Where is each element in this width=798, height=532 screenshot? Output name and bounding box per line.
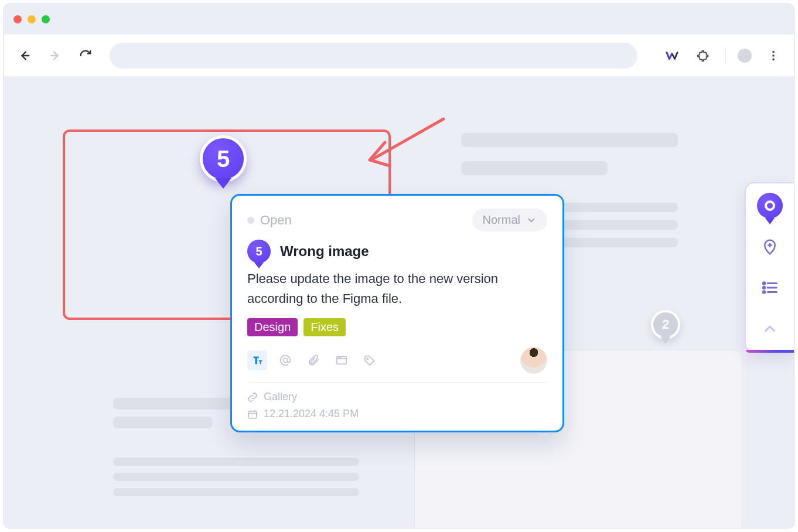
comment-body: Please update the image to the new versi… <box>247 269 547 309</box>
wireframe-block <box>113 398 248 410</box>
comment-toolbar <box>247 350 380 370</box>
page-content: 5 Open Normal 5 Wrong image Please <box>4 77 794 528</box>
divider <box>247 382 547 383</box>
w-logo-icon <box>666 49 678 62</box>
comment-link-label[interactable]: Gallery <box>264 391 297 403</box>
priority-label: Normal <box>483 213 520 227</box>
svg-point-6 <box>283 359 287 363</box>
wireframe-block <box>113 473 359 481</box>
comment-tags: Design Fixes <box>247 318 547 336</box>
extensions-button[interactable] <box>694 46 714 66</box>
comment-timestamp: 12.21.2024 4:45 PM <box>264 408 359 420</box>
chevron-down-icon <box>526 215 537 226</box>
maximize-window-button[interactable] <box>42 15 50 23</box>
forward-button[interactable] <box>45 46 65 66</box>
svg-point-9 <box>339 357 339 358</box>
annotation-pin-secondary[interactable]: 2 <box>651 310 680 339</box>
comment-meta: Gallery 12.21.2024 4:45 PM <box>247 391 547 420</box>
annotation-pin-secondary-number: 2 <box>662 317 669 332</box>
back-button[interactable] <box>15 46 35 66</box>
link-icon <box>247 392 258 403</box>
text-format-button[interactable] <box>247 350 267 370</box>
browser-context-button[interactable] <box>332 350 352 370</box>
close-window-button[interactable] <box>13 15 22 23</box>
svg-line-5 <box>373 119 444 159</box>
svg-point-22 <box>763 287 765 288</box>
status-dot-icon <box>247 217 254 224</box>
svg-point-10 <box>340 357 341 358</box>
wireframe-block <box>113 458 359 466</box>
priority-selector[interactable]: Normal <box>472 209 547 231</box>
status-label: Open <box>260 213 292 228</box>
attachment-button[interactable] <box>303 350 323 370</box>
minimize-window-button[interactable] <box>28 15 36 23</box>
wireframe-block <box>461 133 678 147</box>
wireframe-block <box>113 488 359 496</box>
comment-card: Open Normal 5 Wrong image Please update … <box>230 194 564 432</box>
tag-button[interactable] <box>360 350 380 370</box>
mention-button[interactable] <box>275 350 295 370</box>
svg-point-4 <box>772 58 775 60</box>
comment-pin-icon: 5 <box>247 240 271 263</box>
wireframe-block <box>461 161 608 175</box>
dock-new-pin-button[interactable] <box>756 233 784 261</box>
annotation-arrow-icon <box>356 112 449 170</box>
toolbar-separator <box>725 47 726 64</box>
profile-avatar[interactable] <box>738 49 752 63</box>
annotation-pin-number: 5 <box>217 146 230 172</box>
browser-extension-area <box>662 46 783 66</box>
tag-fixes[interactable]: Fixes <box>303 318 346 336</box>
svg-point-23 <box>763 291 765 293</box>
browser-toolbar <box>4 35 794 77</box>
svg-point-2 <box>772 50 775 53</box>
window-title-bar <box>4 4 794 35</box>
tag-design[interactable]: Design <box>247 318 298 336</box>
dock-active-pin-button[interactable] <box>756 192 784 220</box>
chevron-up-icon <box>761 320 779 337</box>
status-chip[interactable]: Open <box>247 213 292 228</box>
calendar-icon <box>247 409 258 420</box>
extension-logo-icon[interactable] <box>662 46 682 66</box>
assignee-avatar[interactable] <box>520 347 547 374</box>
reload-button[interactable] <box>76 46 96 66</box>
window-controls <box>13 15 50 23</box>
wireframe-block <box>113 417 213 428</box>
address-bar[interactable] <box>110 43 637 69</box>
annotation-pin[interactable]: 5 <box>200 135 247 182</box>
comment-title: Wrong image <box>280 243 369 260</box>
dock-collapse-button[interactable] <box>756 315 784 343</box>
overflow-menu-button[interactable] <box>763 46 783 66</box>
browser-window: 5 Open Normal 5 Wrong image Please <box>4 4 794 528</box>
dock-list-button[interactable] <box>756 274 784 302</box>
annotation-dock <box>745 182 794 352</box>
svg-point-3 <box>772 54 775 57</box>
comment-pin-number: 5 <box>255 245 262 258</box>
svg-point-21 <box>763 282 765 284</box>
svg-rect-12 <box>248 411 257 418</box>
pin-icon <box>757 193 783 219</box>
svg-point-11 <box>367 358 368 359</box>
